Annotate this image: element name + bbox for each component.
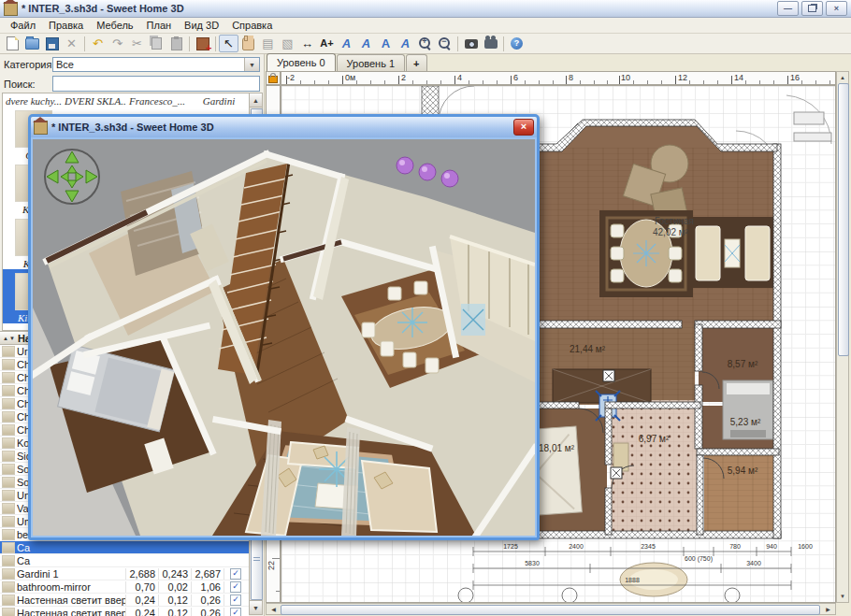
furniture-mini-icon xyxy=(2,359,15,370)
tab-level-0[interactable]: Уровень 0 xyxy=(267,53,336,71)
dimension-label: 780 xyxy=(729,543,741,550)
cut-button[interactable]: ✂ xyxy=(127,35,147,52)
scroll-up-icon[interactable]: ▲ xyxy=(250,93,262,107)
select-tool-button[interactable]: ↖ xyxy=(219,35,238,52)
catalog-item-label[interactable]: dvere kuchy... xyxy=(3,95,65,107)
menu-edit[interactable]: Правка xyxy=(42,18,90,33)
pan-tool-button[interactable] xyxy=(238,35,258,52)
add-furniture-button[interactable] xyxy=(193,35,212,52)
viewer3d-close-button[interactable]: × xyxy=(513,119,534,136)
search-input[interactable] xyxy=(52,76,260,92)
text-style-button-4[interactable]: A xyxy=(396,35,415,52)
text-style-button-2[interactable]: A xyxy=(356,35,376,52)
viewer3d-window[interactable]: * INTER_3.sh3d - Sweet Home 3D × xyxy=(28,114,540,540)
scroll-up-icon[interactable]: ▲ xyxy=(838,72,847,83)
dimension-label: 5830 xyxy=(525,560,540,566)
toolbar-separator xyxy=(215,36,216,51)
furniture-mini-icon xyxy=(2,503,15,514)
furniture-row[interactable]: bathroom-mirror0,700,021,06✓ xyxy=(0,580,249,594)
room-area: 21,44 м² xyxy=(570,344,606,354)
plan-horizontal-scrollbar[interactable]: ◀ ▶ xyxy=(266,603,836,615)
plan-vertical-scrollbar[interactable]: ▲ ▼ xyxy=(836,71,849,603)
redo-button[interactable]: ↷ xyxy=(108,35,127,52)
scroll-down-icon[interactable]: ▼ xyxy=(250,600,262,614)
plan-vscroll-thumb[interactable] xyxy=(838,83,849,356)
toolbar-separator xyxy=(189,36,190,51)
close-button[interactable]: × xyxy=(826,1,847,16)
create-video-button[interactable] xyxy=(481,35,500,52)
paste-button[interactable] xyxy=(166,35,186,52)
help-icon: ? xyxy=(511,37,523,50)
plan-hscroll-thumb[interactable] xyxy=(281,605,820,615)
scroll-left-icon[interactable]: ◀ xyxy=(267,605,280,613)
furniture-mini-icon xyxy=(2,451,15,462)
copy-icon xyxy=(151,37,162,50)
sort-icons[interactable]: ▲▼ xyxy=(3,336,16,341)
minimize-button[interactable]: — xyxy=(777,1,799,16)
new-file-icon xyxy=(7,36,19,50)
toolbar-separator xyxy=(457,36,458,51)
catalog-item-label[interactable]: Gardini xyxy=(188,95,250,107)
create-photo-button[interactable] xyxy=(461,35,481,52)
room-area: 8,57 м² xyxy=(728,359,758,369)
navigation-compass-icon xyxy=(45,150,99,204)
menu-help[interactable]: Справка xyxy=(225,18,279,33)
room-area: 5,94 м² xyxy=(728,466,758,476)
room-label-living: Гостиная xyxy=(655,216,694,226)
menu-furniture[interactable]: Мебель xyxy=(90,18,139,33)
zoom-out-button[interactable]: − xyxy=(435,35,454,52)
zoom-in-button[interactable]: + xyxy=(415,35,435,52)
undo-button[interactable]: ↶ xyxy=(88,35,108,52)
zoom-out-icon: − xyxy=(439,37,451,50)
create-rooms-button[interactable]: ▧ xyxy=(278,35,297,52)
visible-checkbox[interactable]: ✓ xyxy=(230,581,241,593)
menu-3dview[interactable]: Вид 3D xyxy=(178,18,225,33)
furniture-mini-icon xyxy=(2,411,15,423)
furniture-row[interactable]: Настенная светит вверх0,240,120,26✓ xyxy=(0,594,249,607)
visible-checkbox[interactable]: ✓ xyxy=(230,568,241,580)
preferences-button[interactable]: ✕ xyxy=(62,35,81,52)
furniture-row[interactable]: Gardini 12,6880,2432,687✓ xyxy=(0,567,249,580)
lock-icon xyxy=(268,76,278,83)
scroll-right-icon[interactable]: ▶ xyxy=(822,605,834,613)
new-file-button[interactable] xyxy=(3,35,22,52)
create-walls-button[interactable]: ▤ xyxy=(258,35,278,52)
search-label: Поиск: xyxy=(4,79,49,90)
furniture-row-selected[interactable]: Ca xyxy=(0,541,249,554)
catalog-item-label[interactable]: DVERI SKLA... xyxy=(65,95,126,107)
menu-plan[interactable]: План xyxy=(140,18,179,33)
menu-file[interactable]: Файл xyxy=(4,18,42,33)
viewer3d-canvas[interactable] xyxy=(31,137,537,537)
dimension-label: 1888 xyxy=(625,577,640,583)
add-level-tab[interactable]: + xyxy=(406,54,426,71)
help-button[interactable]: ? xyxy=(507,35,526,52)
text-style-button-1[interactable]: A xyxy=(337,35,356,52)
dimension-label: 1725 xyxy=(503,543,518,550)
furniture-row[interactable]: Настенная светит вверх0,240,120,26✓ xyxy=(0,607,249,616)
viewer3d-title-bar[interactable]: * INTER_3.sh3d - Sweet Home 3D × xyxy=(31,117,537,137)
restore-button[interactable] xyxy=(801,1,823,16)
scroll-down-icon[interactable]: ▼ xyxy=(838,591,847,602)
visible-checkbox[interactable]: ✓ xyxy=(230,595,241,606)
add-text-button[interactable]: A+ xyxy=(317,35,337,52)
combo-arrow-icon[interactable]: ▼ xyxy=(244,58,259,71)
save-button[interactable] xyxy=(42,35,62,52)
furniture-row[interactable]: Ca xyxy=(0,554,249,567)
copy-button[interactable] xyxy=(147,35,166,52)
menu-bar: Файл Правка Мебель План Вид 3D Справка xyxy=(0,18,851,34)
tab-level-1[interactable]: Уровень 1 xyxy=(337,54,406,71)
furniture-mini-icon xyxy=(2,346,15,357)
furniture-mini-icon xyxy=(2,437,15,449)
category-combobox[interactable]: Все ▼ xyxy=(52,57,260,72)
level-tabs: Уровень 0 Уровень 1 + xyxy=(267,54,427,71)
furniture-mini-icon xyxy=(2,581,15,593)
text-style-button-3[interactable]: A xyxy=(376,35,396,52)
create-dimensions-button[interactable]: ↔ xyxy=(297,35,317,52)
catalog-item-label[interactable]: Francesco_... xyxy=(126,95,188,107)
save-icon xyxy=(46,37,59,50)
open-button[interactable] xyxy=(22,35,42,52)
title-bar[interactable]: * INTER_3.sh3d - Sweet Home 3D — × xyxy=(0,0,851,18)
visible-checkbox[interactable]: ✓ xyxy=(230,608,241,616)
dimension-label: 2345 xyxy=(641,543,656,550)
furniture-mini-icon xyxy=(2,516,15,527)
